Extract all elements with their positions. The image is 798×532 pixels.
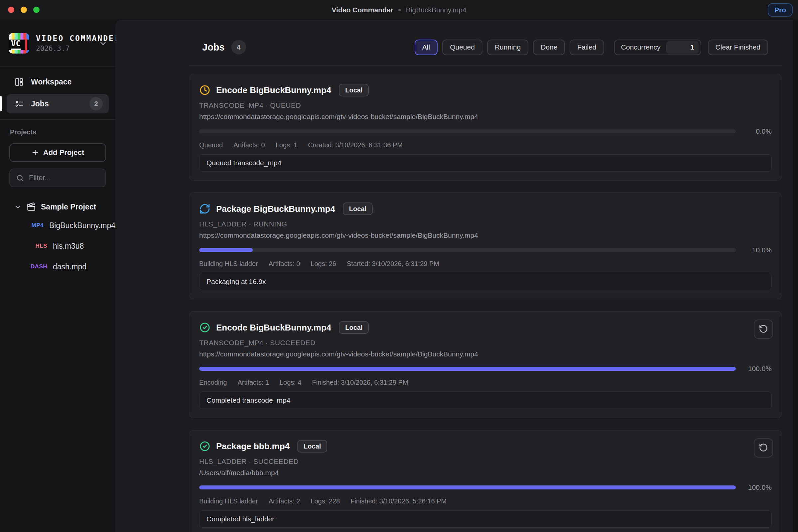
divider (0, 119, 115, 120)
logo-colorbars-top (8, 33, 29, 40)
progress-fill (199, 486, 736, 490)
file-row-dash[interactable]: DASH dash.mpd (0, 256, 115, 277)
logo-text: VC (11, 40, 21, 50)
projects-section-label: Projects (10, 128, 115, 136)
progress-percent: 100.0% (742, 483, 772, 491)
job-timestamp: Created: 3/10/2026, 6:31:36 PM (308, 141, 403, 149)
job-title: Package BigBuckBunny.mp4 (216, 204, 335, 214)
pro-badge: Pro (768, 3, 793, 17)
job-last-log: Completed transcode_mp4 (199, 392, 772, 409)
job-meta: Building HLS ladder Artifacts: 0 Logs: 2… (199, 260, 772, 268)
add-project-label: Add Project (43, 148, 84, 157)
job-progress: 10.0% (199, 246, 772, 254)
filter-all-button[interactable]: All (415, 40, 438, 55)
plus-icon (31, 149, 39, 157)
filter-queued-button[interactable]: Queued (442, 40, 482, 55)
job-list: Encode BigBuckBunny.mp4 Local TRANSCODE_… (189, 74, 782, 532)
filter-done-button[interactable]: Done (533, 40, 565, 55)
job-logs-count: Logs: 4 (280, 379, 302, 386)
job-timestamp: Finished: 3/10/2026, 5:26:16 PM (350, 497, 446, 505)
progress-track (199, 486, 736, 490)
job-source: https://commondatastorage.googleapis.com… (199, 231, 772, 240)
job-last-log: Queued transcode_mp4 (199, 154, 772, 172)
workspace-icon (15, 77, 24, 87)
job-title: Package bbb.mp4 (216, 441, 290, 452)
retry-job-button[interactable] (754, 438, 773, 457)
jobs-total-badge: 4 (231, 40, 246, 55)
job-title: Encode BigBuckBunny.mp4 (216, 323, 331, 333)
job-logs-count: Logs: 228 (310, 497, 340, 505)
divider (189, 65, 782, 65)
sidebar-header[interactable]: VC VIDEO COMMANDER 2026.3.7 (0, 20, 115, 66)
job-meta: Encoding Artifacts: 1 Logs: 4 Finished: … (199, 379, 772, 386)
job-artifacts: Artifacts: 1 (238, 379, 269, 386)
file-row-hls[interactable]: HLS hls.m3u8 (0, 236, 115, 256)
retry-job-button[interactable] (754, 320, 773, 339)
progress-percent: 0.0% (742, 127, 772, 135)
main-panel: Jobs 4 All Queued Running Done Failed Co… (115, 20, 793, 532)
progress-percent: 100.0% (742, 365, 772, 373)
job-card[interactable]: Encode BigBuckBunny.mp4 Local TRANSCODE_… (189, 74, 782, 180)
job-artifacts: Artifacts: 0 (269, 260, 300, 268)
local-badge: Local (339, 84, 369, 96)
job-logs-count: Logs: 26 (310, 260, 336, 268)
job-progress: 100.0% (199, 483, 772, 491)
app-title: Video Commander (331, 6, 393, 14)
file-name: hls.m3u8 (53, 242, 84, 251)
jobs-count-badge: 2 (90, 97, 103, 110)
file-name: dash.mpd (53, 262, 87, 271)
progress-track (199, 248, 736, 252)
job-stage: Encoding (199, 379, 227, 386)
filter-failed-button[interactable]: Failed (570, 40, 604, 55)
title-separator-dot: ● (398, 7, 401, 13)
app-logo: VC (8, 33, 29, 54)
progress-track (199, 367, 736, 371)
page-title: Jobs (202, 42, 225, 53)
job-card[interactable]: Package bbb.mp4 Local HLS_LADDER · SUCCE… (189, 430, 782, 532)
project-row-sample-project[interactable]: Sample Project (0, 198, 115, 215)
job-stage: Building HLS ladder (199, 260, 258, 268)
job-card[interactable]: Package BigBuckBunny.mp4 Local HLS_LADDE… (189, 192, 782, 299)
job-type-status: TRANSCODE_MP4 · QUEUED (199, 101, 772, 109)
progress-track (199, 129, 736, 133)
concurrency-input[interactable] (666, 41, 699, 54)
rotate-ccw-icon (759, 324, 768, 335)
progress-percent: 10.0% (742, 246, 772, 254)
filter-input[interactable] (29, 174, 99, 182)
local-badge: Local (297, 440, 327, 453)
project-name: Sample Project (41, 203, 96, 211)
concurrency-control: Concurrency (614, 40, 701, 55)
progress-fill (199, 248, 253, 252)
job-progress: 100.0% (199, 365, 772, 373)
job-type-status: HLS_LADDER · RUNNING (199, 220, 772, 228)
sidebar-item-workspace[interactable]: Workspace (7, 72, 109, 92)
close-window-button[interactable] (8, 7, 14, 13)
job-type-status: TRANSCODE_MP4 · SUCCEEDED (199, 339, 772, 347)
add-project-button[interactable]: Add Project (9, 143, 106, 162)
file-name: BigBuckBunny.mp4 (49, 221, 115, 230)
clear-finished-button[interactable]: Clear Finished (708, 40, 768, 55)
concurrency-label: Concurrency (621, 43, 661, 51)
chevron-down-icon (99, 39, 108, 49)
file-row-mp4[interactable]: MP4 BigBuckBunny.mp4 (0, 215, 115, 236)
sidebar-item-jobs[interactable]: Jobs 2 (7, 94, 109, 113)
job-meta: Building HLS ladder Artifacts: 2 Logs: 2… (199, 497, 772, 505)
window-controls (8, 7, 40, 13)
job-card[interactable]: Encode BigBuckBunny.mp4 Local TRANSCODE_… (189, 311, 782, 418)
jobs-header: Jobs 4 All Queued Running Done Failed Co… (202, 39, 768, 55)
search-icon (16, 174, 24, 182)
job-logs-count: Logs: 1 (276, 141, 298, 149)
minimize-window-button[interactable] (21, 7, 27, 13)
window-title: Video Commander●BigBuckBunny.mp4 (0, 6, 798, 14)
filter-running-button[interactable]: Running (487, 40, 528, 55)
job-last-log: Completed hls_ladder (199, 510, 772, 528)
check-circle-icon (199, 322, 210, 333)
progress-fill (199, 367, 736, 371)
jobs-icon (15, 99, 24, 108)
zoom-window-button[interactable] (33, 7, 40, 13)
project-tree: Sample Project MP4 BigBuckBunny.mp4 HLS … (0, 198, 115, 277)
job-filters: All Queued Running Done Failed Concurren… (415, 40, 768, 55)
titlebar: Video Commander●BigBuckBunny.mp4 Pro (0, 0, 798, 20)
job-artifacts: Artifacts: 2 (269, 497, 300, 505)
sidebar: VC VIDEO COMMANDER 2026.3.7 Workspace Jo… (0, 20, 115, 532)
